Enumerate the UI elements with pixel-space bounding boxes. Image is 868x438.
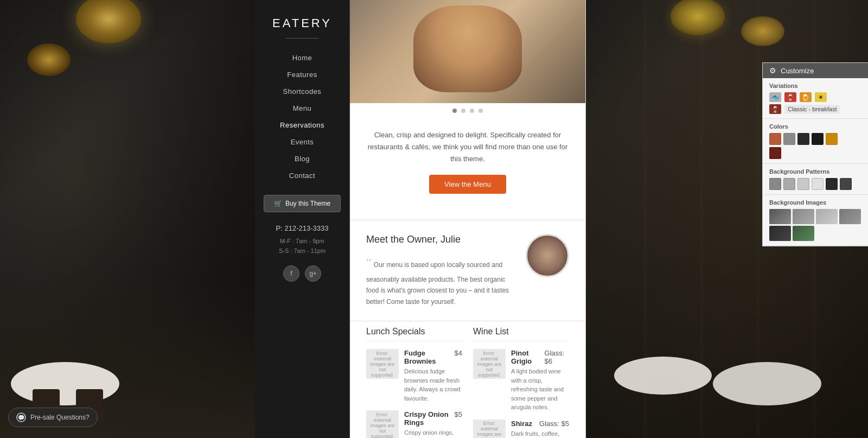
color-swatch-3[interactable]	[797, 133, 809, 145]
bg-image-thumb-5[interactable]	[769, 226, 791, 241]
view-menu-button[interactable]: View the Menu	[429, 175, 506, 194]
bg-image-thumb-1[interactable]	[769, 209, 791, 224]
customize-title: Customize	[781, 67, 814, 75]
nav-home[interactable]: Home	[260, 49, 344, 66]
lunch-item-price-2: $5	[455, 410, 462, 427]
hero-image	[350, 0, 585, 103]
pattern-swatch-6[interactable]	[840, 178, 852, 190]
patterns-row	[769, 178, 861, 190]
nav-shortcodes[interactable]: Shortcodes	[260, 83, 344, 100]
images-row	[769, 209, 861, 224]
hero-dot-4[interactable]	[478, 109, 483, 113]
section-divider-1	[350, 220, 585, 220]
left-background: 💬 Pre-sale Questions?	[0, 0, 255, 438]
hours-weekday: M-F : 7am - 9pm S-S : 7am - 11pm	[276, 237, 329, 256]
wine-item-thumb-1: Error: external images are not supported…	[473, 349, 506, 379]
nav-blog[interactable]: Blog	[260, 150, 344, 167]
hero-caption: Clean, crisp and designed to delight. Sp…	[366, 129, 569, 165]
wine-item-name-1: Pinot Grigio	[511, 349, 545, 365]
phone-section: P: 212-213-3333 M-F : 7am - 9pm S-S : 7a…	[276, 224, 329, 256]
patterns-section: Background Patterns	[763, 164, 868, 195]
bg-images-section: Background Images	[763, 195, 868, 246]
nav-contact[interactable]: Contact	[260, 167, 344, 184]
buy-theme-button[interactable]: 🛒 Buy this Theme	[264, 195, 341, 212]
chat-label: Pre-sale Questions?	[30, 414, 90, 421]
hero-dot-2[interactable]	[461, 109, 465, 113]
hero-dots	[350, 103, 585, 118]
wine-title: Wine List	[473, 327, 569, 341]
variations-row: 🐟 🍷 🍺 ☀	[769, 92, 861, 102]
customize-panel: ⚙ Customize Variations 🐟 🍷 🍺 ☀ 🍷 Classic…	[762, 62, 868, 246]
patterns-label: Background Patterns	[769, 168, 861, 175]
site-title: EATERY	[272, 16, 332, 30]
color-swatch-1[interactable]	[769, 133, 781, 145]
customize-header: ⚙ Customize	[763, 63, 868, 78]
pattern-swatch-3[interactable]	[797, 178, 809, 190]
lunch-item-name-1: Fudge Brownies	[404, 349, 455, 365]
images-label: Background Images	[769, 199, 861, 206]
hero-dot-3[interactable]	[470, 109, 474, 113]
buy-theme-label: Buy this Theme	[285, 200, 330, 207]
nav-features[interactable]: Features	[260, 66, 344, 83]
google-plus-icon[interactable]: g+	[305, 265, 321, 282]
color-swatch-5[interactable]	[826, 133, 838, 145]
variation-icon-5[interactable]: 🍷	[769, 104, 781, 114]
owner-quote: "Our menu is based upon locally sourced …	[366, 252, 515, 307]
variation-active-label: Classic - breakfast	[784, 105, 840, 113]
color-swatch-4[interactable]	[812, 133, 824, 145]
list-item: Error: external images are not supported…	[366, 349, 462, 403]
colors-section: Colors	[763, 119, 868, 164]
bg-image-thumb-4[interactable]	[839, 209, 861, 224]
bg-image-thumb-3[interactable]	[816, 209, 838, 224]
lunch-item-thumb-2: Error: external images are not supported…	[366, 410, 399, 438]
bg-image-thumb-6[interactable]	[793, 226, 814, 241]
sidebar-divider	[286, 38, 318, 39]
bg-image-thumb-2[interactable]	[793, 209, 814, 224]
right-background: ⚙ Customize Variations 🐟 🍷 🍺 ☀ 🍷 Classic…	[586, 0, 868, 438]
chat-icon: 💬	[16, 412, 26, 422]
color-swatch-2[interactable]	[783, 133, 795, 145]
hero-dot-1[interactable]	[452, 109, 457, 113]
quote-mark-icon: "	[366, 256, 372, 270]
list-item: Error: external images are not supported…	[366, 410, 462, 438]
pattern-swatch-2[interactable]	[783, 178, 795, 190]
phone-number: P: 212-213-3333	[276, 224, 329, 232]
nav-reservations[interactable]: Reservations	[260, 117, 344, 134]
list-item: Error: external images are not supported…	[473, 349, 569, 412]
variation-icon-3[interactable]: 🍺	[800, 92, 812, 102]
owner-avatar	[526, 234, 569, 277]
nav-events[interactable]: Events	[260, 134, 344, 150]
wine-list-section: Wine List Error: external images are not…	[468, 327, 575, 438]
variation-icon-4[interactable]: ☀	[815, 92, 827, 102]
wine-item-details-1: Pinot Grigio Glass: $6 A light bodied wi…	[511, 349, 569, 412]
pattern-swatch-4[interactable]	[812, 178, 824, 190]
wine-item-details-2: Shiraz Glass: $5 Dark fruits, coffee, to…	[511, 420, 569, 438]
pattern-swatch-1[interactable]	[769, 178, 781, 190]
wine-item-glass-1: Glass: $6	[545, 349, 569, 365]
variation-icon-2[interactable]: 🍷	[784, 92, 796, 102]
nav-menu[interactable]: Menu	[260, 100, 344, 117]
chat-bubble[interactable]: 💬 Pre-sale Questions?	[8, 408, 98, 427]
colors-label: Colors	[769, 123, 861, 130]
hero-caption-section: Clean, crisp and designed to delight. Sp…	[350, 118, 585, 214]
lunch-item-desc-1: Delicious fudge brownies made fresh dail…	[404, 367, 462, 403]
lunch-specials-section: Lunch Specials Error: external images ar…	[361, 327, 468, 438]
sidebar: EATERY Home Features Shortcodes Menu Res…	[255, 0, 350, 438]
lunch-item-name-2: Crispy Onion Rings	[404, 410, 455, 427]
colors-row-2	[769, 147, 861, 159]
colors-row	[769, 133, 861, 145]
gear-icon: ⚙	[769, 66, 776, 75]
section-divider-2	[350, 321, 585, 321]
list-item: Error: external images are not supported…	[473, 420, 569, 438]
color-swatch-6[interactable]	[769, 147, 781, 159]
lunch-item-details-2: Crispy Onion Rings $5 Crispy onion rings…	[404, 410, 462, 438]
facebook-icon[interactable]: f	[283, 265, 299, 282]
wine-item-desc-2: Dark fruits, coffee, toast, and dark cho…	[511, 429, 569, 438]
variation-icon-1[interactable]: 🐟	[769, 92, 781, 102]
wine-item-thumb-2: Error: external images are not supported…	[473, 420, 506, 438]
variations-label: Variations	[769, 82, 861, 89]
wine-item-glass-2: Glass: $5	[539, 420, 569, 428]
owner-title: Meet the Owner, Julie	[366, 234, 515, 245]
pattern-swatch-5[interactable]	[826, 178, 838, 190]
lunch-item-price-1: $4	[455, 349, 462, 365]
